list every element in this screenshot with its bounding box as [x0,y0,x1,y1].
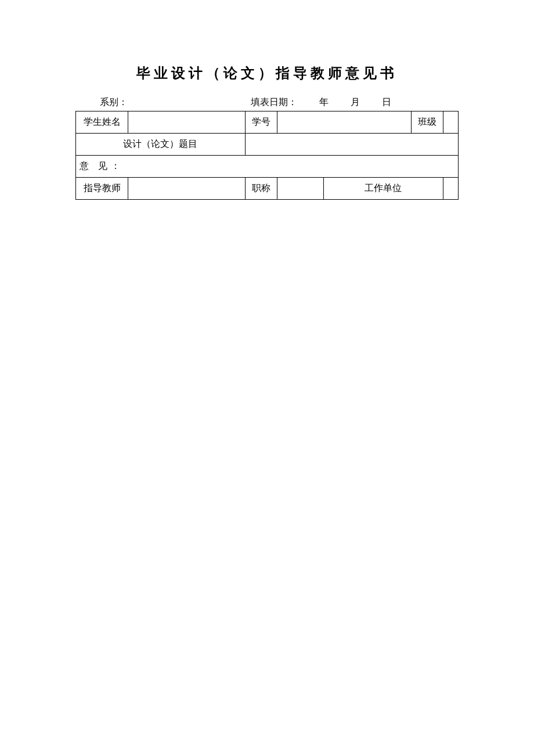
page-title: 毕业设计（论文）指导教师意见书 [75,64,459,82]
student-id-label: 学号 [245,111,277,134]
advisor-label: 指导教师 [76,178,128,200]
work-unit-label: 工作单位 [323,178,443,200]
advisor-value[interactable] [128,178,246,200]
form-page: 毕业设计（论文）指导教师意见书 系别： 填表日期： 年 月 日 学生姓名 学号 … [0,0,534,200]
thesis-title-row: 设计（论文）题目 [76,134,459,156]
date-label: 填表日期： [251,96,297,109]
advisor-title-label: 职称 [245,178,277,200]
month-value[interactable] [329,96,351,109]
class-label: 班级 [411,111,443,134]
month-unit: 月 [351,96,360,109]
meta-row: 系别： 填表日期： 年 月 日 [75,96,459,109]
student-info-row: 学生姓名 学号 班级 [76,111,459,134]
thesis-title-value[interactable] [245,134,458,156]
student-name-value[interactable] [128,111,246,134]
comments-cell[interactable]: 意 见： [76,156,459,178]
work-unit-value[interactable] [443,178,458,200]
day-value[interactable] [360,96,382,109]
form-table: 学生姓名 学号 班级 设计（论文）题目 意 见： 指导教师 职称 工作单位 [75,111,459,200]
student-name-label: 学生姓名 [76,111,128,134]
date-section: 填表日期： 年 月 日 [251,96,457,109]
comments-row: 意 见： [76,156,459,178]
year-value[interactable] [297,96,319,109]
department-section: 系别： [77,96,251,109]
thesis-title-label: 设计（论文）题目 [76,134,246,156]
student-id-value[interactable] [277,111,411,134]
advisor-info-row: 指导教师 职称 工作单位 [76,178,459,200]
advisor-title-value[interactable] [277,178,323,200]
department-label: 系别： [100,97,128,107]
day-unit: 日 [382,96,391,109]
class-value[interactable] [443,111,458,134]
comments-label: 意 见： [80,161,124,171]
year-unit: 年 [319,96,329,109]
